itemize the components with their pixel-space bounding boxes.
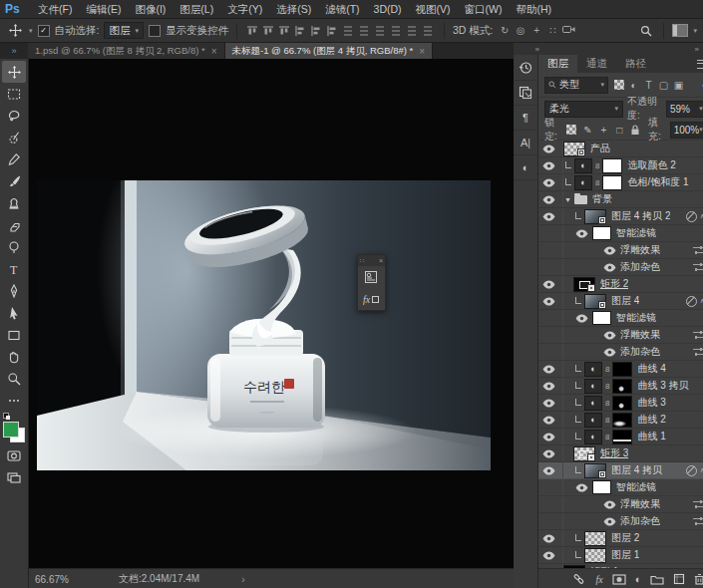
hand-tool[interactable] (2, 346, 26, 368)
filter-blend-options-icon[interactable] (693, 246, 703, 254)
layer-name[interactable]: 产品 (590, 142, 610, 155)
layer-name[interactable]: 矩形 2 (600, 277, 628, 291)
lasso-tool[interactable] (2, 105, 26, 127)
layer-row-effect[interactable]: 添加杂色 (538, 344, 703, 361)
workspace-chevron[interactable]: ▾ (693, 27, 697, 35)
filter-mask-thumbnail[interactable] (592, 480, 611, 494)
adjustment-layer-icon[interactable]: ◐ (584, 430, 602, 444)
properties-icon[interactable] (358, 266, 383, 288)
layer-name[interactable]: 曲线 3 (637, 396, 665, 410)
layer-row-adjustment[interactable]: ◐8色相/饱和度 1 (538, 174, 703, 191)
tool-preset-chevron[interactable]: ▾ (29, 27, 33, 35)
default-colors-icon[interactable] (3, 413, 10, 420)
link-layers-icon[interactable] (571, 571, 586, 587)
layer-mask-thumbnail[interactable] (612, 413, 632, 428)
layer-thumbnail[interactable] (563, 565, 585, 569)
layer-mask-thumbnail[interactable] (612, 379, 632, 394)
visibility-eye-icon[interactable] (542, 433, 555, 441)
visibility-eye-icon[interactable] (542, 178, 555, 187)
layer-name[interactable]: 添加杂色 (620, 260, 660, 274)
layer-name[interactable]: 图层 4 拷贝 2 (611, 209, 670, 223)
layer-thumbnail[interactable] (563, 142, 585, 156)
document-tab-1[interactable]: 1.psd @ 66.7% (图层 8 拷贝 2, RGB/8) *× (28, 43, 225, 59)
visibility-eye-icon[interactable] (542, 195, 555, 204)
filter-blend-options-icon[interactable] (693, 348, 703, 356)
quick-select-tool[interactable] (2, 127, 26, 148)
layer-thumbnail[interactable] (584, 548, 606, 563)
layer-name[interactable]: 矩形 3 (600, 446, 628, 460)
menu-item-4[interactable]: 文字(Y) (220, 1, 269, 18)
layer-name[interactable]: 添加杂色 (620, 514, 660, 528)
layer-name[interactable]: 浮雕效果 (620, 243, 660, 257)
layer-row-shape[interactable]: 矩形 1 (538, 564, 703, 568)
visibility-eye-icon[interactable] (542, 297, 555, 306)
blend-mode-dropdown[interactable]: 柔光▾ (544, 101, 623, 118)
layer-name[interactable]: 矩形 1 (590, 565, 618, 568)
visibility-eye-icon[interactable] (542, 382, 555, 391)
menu-item-0[interactable]: 文件(F) (31, 1, 79, 18)
collapse-effects-chevron[interactable]: ∧ (700, 466, 703, 474)
layer-name[interactable]: 图层 1 (611, 548, 639, 562)
adjustment-layer-icon[interactable]: ◐ (574, 175, 592, 190)
lock-paint-icon[interactable]: ✎ (581, 124, 593, 136)
visibility-eye-icon[interactable] (575, 483, 588, 492)
layer-row-adjustment[interactable]: ◐8曲线 1 (538, 429, 703, 445)
panel-grip-icon[interactable]: ∷ (360, 257, 364, 265)
visibility-eye-icon[interactable] (603, 348, 616, 357)
layer-thumbnail[interactable] (573, 446, 595, 461)
visibility-eye-icon[interactable] (542, 534, 555, 543)
visibility-eye-icon[interactable] (542, 551, 555, 560)
layer-mask-thumbnail[interactable] (602, 175, 622, 190)
brush-tool[interactable] (2, 170, 26, 192)
visibility-eye-icon[interactable] (542, 466, 555, 475)
delete-layer-icon[interactable] (694, 571, 703, 587)
visibility-eye-icon[interactable] (542, 399, 555, 408)
menu-item-10[interactable]: 帮助(H) (510, 1, 559, 18)
visibility-eye-icon[interactable] (575, 229, 588, 238)
layer-name[interactable]: 图层 4 (611, 294, 639, 308)
fill-value[interactable]: 100%▾ (670, 122, 703, 139)
status-options-chevron[interactable]: › (241, 574, 244, 585)
menu-item-8[interactable]: 视图(V) (409, 1, 458, 18)
visibility-eye-icon[interactable] (603, 331, 616, 340)
zoom-tool[interactable] (2, 368, 26, 390)
3d-roll-icon[interactable]: ◎ (514, 25, 527, 36)
marquee-tool[interactable] (2, 83, 26, 105)
menu-item-5[interactable]: 选择(S) (269, 1, 318, 18)
visibility-eye-icon[interactable] (542, 212, 555, 221)
distribute-bottom-edges-icon[interactable] (373, 23, 388, 38)
layers-collapse-chevron[interactable]: » (543, 43, 703, 55)
layer-thumbnail[interactable] (584, 294, 606, 309)
document-tab-2-active[interactable]: 未标题-1 @ 66.7% (图层 4 拷贝, RGB/8#) *× (225, 43, 434, 59)
collapse-effects-chevron[interactable]: ∧ (700, 212, 703, 220)
3d-pan-icon[interactable]: + (529, 25, 543, 36)
clone-stamp-tool[interactable] (2, 192, 26, 214)
adjustment-layer-icon[interactable]: ◐ (584, 413, 602, 428)
layer-row-smart[interactable]: 图层 4∧ (538, 293, 703, 310)
dodge-tool[interactable] (2, 236, 26, 258)
filter-blend-options-icon[interactable] (693, 263, 703, 271)
visibility-eye-icon[interactable] (542, 568, 555, 569)
path-select-tool[interactable] (2, 302, 26, 324)
distribute-left-edges-icon[interactable] (389, 23, 404, 38)
search-icon[interactable] (637, 22, 655, 40)
menu-item-6[interactable]: 滤镜(T) (318, 1, 366, 18)
layer-row-effect[interactable]: 浮雕效果 (538, 242, 703, 259)
menu-item-3[interactable]: 图层(L) (173, 1, 220, 18)
visibility-eye-icon[interactable] (603, 500, 616, 509)
smart-filter-indicator-icon[interactable] (686, 296, 697, 307)
layer-name[interactable]: 色相/饱和度 1 (627, 175, 688, 189)
eraser-tool[interactable] (2, 214, 26, 236)
layer-row-adjustment[interactable]: ◐8曲线 4 (538, 361, 703, 378)
layer-row-pixel[interactable]: 图层 1 (538, 547, 703, 564)
layer-row-adjustment[interactable]: ◐8曲线 2 (538, 412, 703, 429)
adjustment-filter-icon[interactable]: ◐ (627, 78, 640, 92)
filter-blend-options-icon[interactable] (693, 500, 703, 508)
layer-row-smart[interactable]: 图层 4 拷贝∧ (538, 462, 703, 479)
menu-item-1[interactable]: 编辑(E) (79, 1, 128, 18)
distribute-right-edges-icon[interactable] (421, 23, 436, 38)
smart-filter-indicator-icon[interactable] (686, 211, 697, 222)
distribute-top-edges-icon[interactable] (341, 23, 356, 38)
layer-mask-thumbnail[interactable] (612, 362, 632, 377)
opacity-value[interactable]: 59%▾ (666, 101, 703, 118)
